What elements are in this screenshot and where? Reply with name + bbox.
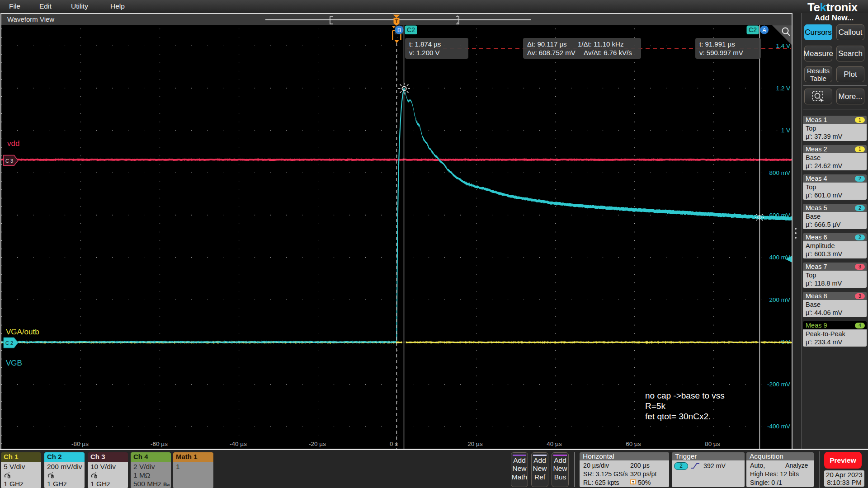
svg-text:60 µs: 60 µs bbox=[626, 441, 641, 447]
svg-text:1.2 V: 1.2 V bbox=[776, 85, 790, 92]
svg-text:20 µs: 20 µs bbox=[467, 441, 483, 447]
svg-text:-400 mV: -400 mV bbox=[767, 423, 790, 430]
svg-text:-80 µs: -80 µs bbox=[71, 441, 89, 447]
svg-text:-200 mV: -200 mV bbox=[767, 381, 790, 388]
svg-text:1 V: 1 V bbox=[781, 127, 790, 134]
svg-text:80 µs: 80 µs bbox=[705, 441, 720, 447]
svg-text:-20 µs: -20 µs bbox=[309, 441, 326, 447]
svg-text:-60 µs: -60 µs bbox=[151, 441, 168, 447]
svg-text:-40 µs: -40 µs bbox=[230, 441, 247, 447]
svg-text:T: T bbox=[632, 480, 634, 484]
svg-text:40 µs: 40 µs bbox=[547, 441, 562, 447]
svg-text:800 mV: 800 mV bbox=[769, 169, 790, 176]
svg-text:200 mV: 200 mV bbox=[769, 296, 790, 303]
